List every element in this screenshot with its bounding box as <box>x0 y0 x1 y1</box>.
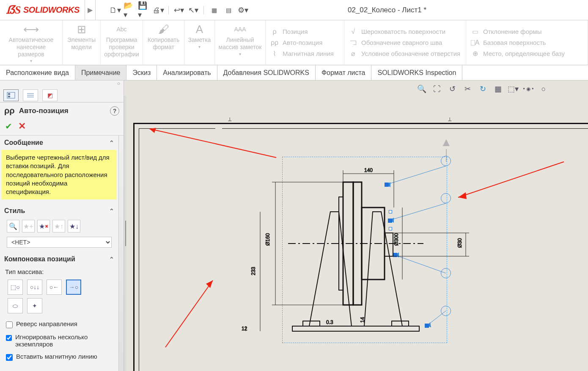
chevron-up-icon: ⌃ <box>109 256 114 263</box>
layers-icon[interactable]: ▦ <box>208 4 220 16</box>
magnet-line-icon: ⌇ <box>270 49 279 58</box>
pattern-circular[interactable]: ⬭ <box>8 298 23 313</box>
check-magnet-line[interactable]: Вставить магнитную линию <box>0 350 118 363</box>
note-icon: A <box>196 23 203 36</box>
cmd-weld[interactable]: ⫎Обозначение сварного шва <box>349 38 462 47</box>
drawing-canvas[interactable]: 🔍 ⛶ ↺ ✂ ↻ ▦ ⬚▾ • ◉ • ○ ⊥ ⊥ ▲ <box>124 80 588 371</box>
display-icon[interactable]: ▤ <box>223 4 234 16</box>
pattern-right[interactable]: →○ <box>66 280 81 295</box>
tab-sheet-format[interactable]: Формат листа <box>316 65 372 80</box>
style-buttons: 🔍 ★+ ★✖ ★↑ ★↓ <box>0 218 118 234</box>
svg-text:14: 14 <box>360 317 365 323</box>
select-icon[interactable]: ↖▾ <box>187 4 199 16</box>
cmd-magnet-line[interactable]: ⌇Магнитная линия <box>270 49 340 58</box>
panel-tabs: ◩ <box>0 88 124 102</box>
style-load-button[interactable]: 🔍 <box>7 220 19 233</box>
cmd-surface-finish[interactable]: √Шероховатость поверхности <box>349 27 462 36</box>
cmd-hole[interactable]: ⌀Условное обозначение отверстия <box>349 49 462 58</box>
cmd-spell-check[interactable]: Abc Программа проверки орфографии <box>101 20 143 65</box>
style-add-button[interactable]: ★+ <box>22 220 35 233</box>
tab-sketch[interactable]: Эскиз <box>126 65 157 80</box>
cmd-balloon[interactable]: ρПозиция <box>270 27 340 36</box>
style-up-button[interactable]: ★↑ <box>52 220 65 233</box>
cmd-model-items[interactable]: ⊞ Элементы модели <box>63 20 101 65</box>
open-icon[interactable]: 📂▾ <box>124 4 135 16</box>
options-gear-icon[interactable]: ⚙▾ <box>237 4 249 16</box>
display-style-icon[interactable]: ▦ <box>492 83 504 95</box>
pmtab-config[interactable] <box>23 89 38 101</box>
svg-text:140: 140 <box>364 167 373 173</box>
app-logo: ẞS SOLIDWORKS <box>0 3 85 17</box>
section-view-icon[interactable]: ✂ <box>461 83 474 95</box>
hide-show-icon[interactable]: • ◉ • <box>522 83 535 95</box>
cmd-form-tol[interactable]: ▭Отклонение формы <box>470 27 583 36</box>
ruler-mark: ⊥ <box>228 116 232 122</box>
appearance-icon[interactable]: ○ <box>537 83 550 95</box>
tab-evaluate[interactable]: Анализировать <box>157 65 217 80</box>
tab-inspection[interactable]: SOLIDWORKS Inspection <box>371 65 462 80</box>
view-orient-icon[interactable]: ⬚▾ <box>507 83 519 95</box>
pm-header: ρρ Авто-позиция ? <box>0 102 124 119</box>
expand-panel-button[interactable]: ▶ <box>85 0 96 20</box>
cmd-auto-balloon[interactable]: ρρАвто-позиция <box>270 38 340 47</box>
zoom-prev-icon[interactable]: ↺ <box>446 83 459 95</box>
style-del-button[interactable]: ★✖ <box>37 220 50 233</box>
pattern-cross[interactable]: ✦ <box>27 298 42 313</box>
message-text: Выберите чертежный лист/вид для вставки … <box>2 150 117 199</box>
section-layout[interactable]: Компоновка позиций ⌃ <box>0 252 118 266</box>
pattern-left[interactable]: ○← <box>47 280 62 295</box>
section-style[interactable]: Стиль ⌃ <box>0 204 118 218</box>
cmd-copy-format[interactable]: 🖌 Копировать формат <box>143 20 184 65</box>
tab-annotation[interactable]: Примечание <box>75 65 127 80</box>
feature-tree-icon <box>7 92 15 99</box>
cmd-datum[interactable]: ⎕AБазовая поверхность <box>470 38 583 47</box>
svg-rect-14 <box>292 326 419 331</box>
undo-icon[interactable]: ↩▾ <box>173 4 185 16</box>
new-icon[interactable]: 🗋▾ <box>109 4 121 16</box>
check-ignore-multi[interactable]: Игнорировать несколько экземпляров <box>0 331 118 350</box>
svg-rect-23 <box>303 321 320 326</box>
pattern-square[interactable]: ⬚○ <box>8 280 23 295</box>
style-down-button[interactable]: ★↓ <box>68 220 80 233</box>
cmd-note-array[interactable]: AAA Линейный массив заметок ▾ <box>215 20 266 65</box>
pattern-type-label: Тип массива: <box>0 266 118 277</box>
ok-button[interactable]: ✔ <box>5 121 12 131</box>
pm-okcancel: ✔ ✕ <box>0 119 124 136</box>
titlebar: ẞS SOLIDWORKS ▶ 🗋▾ 📂▾ 💾▾ 🖨▾ ↩▾ ↖▾ ▦ ▤ ⚙▾… <box>0 0 588 20</box>
zoom-area-icon[interactable]: ⛶ <box>431 83 443 95</box>
chevron-up-icon: ⌃ <box>109 139 114 146</box>
rotate-icon[interactable]: ↻ <box>476 83 489 95</box>
pmtab-feature[interactable] <box>3 89 19 101</box>
chevron-up-icon: ⌃ <box>109 208 114 214</box>
zoom-fit-icon[interactable]: 🔍 <box>415 83 428 95</box>
section-message[interactable]: Сообщение ⌃ <box>0 136 118 150</box>
balloon-icon: ρ <box>270 27 279 36</box>
pmtab-dim[interactable]: ◩ <box>42 89 58 101</box>
cmd-datum-target[interactable]: ⊕Место, определяющее базу <box>470 49 583 58</box>
tab-swaddins[interactable]: Добавления SOLIDWORKS <box>217 65 316 80</box>
pattern-bottom[interactable]: ○↓↓ <box>27 280 42 295</box>
check-reverse[interactable]: Реверс направления <box>0 318 118 331</box>
print-icon[interactable]: 🖨▾ <box>152 4 164 16</box>
svg-text:Ø160: Ø160 <box>265 233 271 246</box>
cancel-button[interactable]: ✕ <box>18 121 26 132</box>
splitter[interactable] <box>124 96 127 371</box>
pattern-row2: ⬭ ✦ <box>0 297 118 318</box>
ruler-mark: ⊥ <box>448 116 452 122</box>
cmd-auto-dimension[interactable]: ⟷ Автоматическое нанесение размеров ▾ <box>0 20 63 65</box>
tab-view-layout[interactable]: Расположение вида <box>0 65 75 80</box>
save-icon[interactable]: 💾▾ <box>138 4 150 16</box>
model-items-icon: ⊞ <box>77 23 86 36</box>
cmd-note[interactable]: A Заметка ▾ <box>184 20 215 65</box>
ribbon: ⟷ Автоматическое нанесение размеров ▾ ⊞ … <box>0 20 588 65</box>
brand-text: SOLIDWORKS <box>23 5 80 15</box>
svg-rect-1 <box>8 93 10 95</box>
view-toolbar: 🔍 ⛶ ↺ ✂ ↻ ▦ ⬚▾ • ◉ • ○ <box>415 83 550 95</box>
balloon-group: ρПозиция ρρАвто-позиция ⌇Магнитная линия <box>266 20 344 65</box>
panel-pin[interactable]: ○ <box>0 80 124 88</box>
style-select[interactable]: <НЕТ> <box>7 237 112 248</box>
help-icon[interactable]: ? <box>110 106 119 116</box>
auto-balloon-header-icon: ρρ <box>4 106 15 116</box>
scrollbar[interactable] <box>118 136 124 371</box>
ds-icon: ẞS <box>6 3 21 17</box>
